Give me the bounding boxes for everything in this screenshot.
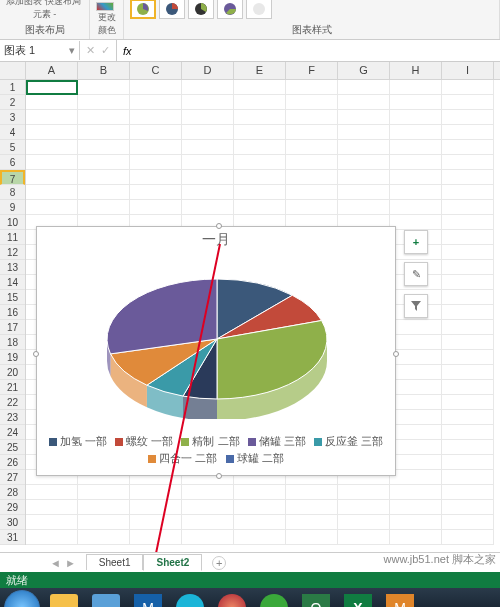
legend-item[interactable]: 四合一 二部 [148,450,217,466]
cell[interactable] [234,125,286,140]
confirm-icon[interactable]: ✓ [101,44,110,57]
cell[interactable] [234,530,286,545]
cell[interactable] [338,200,390,215]
cancel-icon[interactable]: ✕ [86,44,95,57]
cell[interactable] [338,80,390,95]
row-header[interactable]: 24 [0,425,25,440]
cell[interactable] [442,335,494,350]
taskbar-app[interactable]: Q [296,592,336,607]
cell[interactable] [442,80,494,95]
cell[interactable] [234,515,286,530]
cell[interactable] [390,200,442,215]
col-header[interactable]: H [390,62,442,79]
cell[interactable] [442,155,494,170]
cell[interactable] [338,110,390,125]
row-header[interactable]: 31 [0,530,25,545]
cell[interactable] [390,470,442,485]
cell[interactable] [182,170,234,185]
cell[interactable] [26,530,78,545]
col-header[interactable]: F [286,62,338,79]
cell[interactable] [130,140,182,155]
cell[interactable] [390,410,442,425]
cell[interactable] [130,530,182,545]
cell[interactable] [442,185,494,200]
cell[interactable] [182,140,234,155]
row-header[interactable]: 26 [0,455,25,470]
cell[interactable] [130,515,182,530]
cell[interactable] [390,140,442,155]
cell[interactable] [130,500,182,515]
cell[interactable] [182,485,234,500]
chart-style-gallery[interactable] [130,0,493,19]
cell[interactable] [78,80,130,95]
col-header[interactable]: G [338,62,390,79]
cell[interactable] [338,170,390,185]
taskbar-app[interactable] [212,592,252,607]
cell[interactable] [390,440,442,455]
cell[interactable] [442,395,494,410]
col-header[interactable]: C [130,62,182,79]
cell[interactable] [182,125,234,140]
cell[interactable] [130,170,182,185]
row-header[interactable]: 29 [0,500,25,515]
cell[interactable] [234,485,286,500]
cell[interactable] [390,500,442,515]
cell[interactable] [182,200,234,215]
row-header[interactable]: 11 [0,230,25,245]
taskbar-app[interactable] [44,592,84,607]
cell[interactable] [286,530,338,545]
cell[interactable] [442,425,494,440]
cell[interactable] [442,305,494,320]
cell[interactable] [390,335,442,350]
cell[interactable] [286,95,338,110]
cell[interactable] [442,245,494,260]
cell[interactable] [442,260,494,275]
cell[interactable] [234,110,286,125]
row-header[interactable]: 21 [0,380,25,395]
start-button[interactable] [2,592,42,607]
cell[interactable] [286,170,338,185]
cell[interactable] [26,125,78,140]
taskbar-app[interactable] [254,592,294,607]
row-header[interactable]: 13 [0,260,25,275]
cell[interactable] [338,515,390,530]
cell[interactable] [286,485,338,500]
cell[interactable] [442,500,494,515]
cell[interactable] [182,500,234,515]
cell[interactable] [130,200,182,215]
cell[interactable] [234,140,286,155]
cell[interactable] [390,515,442,530]
cell[interactable] [390,395,442,410]
row-header[interactable]: 17 [0,320,25,335]
cell[interactable] [390,95,442,110]
taskbar-app[interactable] [86,592,126,607]
embedded-chart[interactable]: 一月 加氢 一部螺纹 一部精制 二部储罐 三部反应釜 三部四合一 二部球罐 二部 [36,226,396,476]
cell[interactable] [286,200,338,215]
cell[interactable] [130,185,182,200]
cell[interactable] [442,200,494,215]
cell[interactable] [390,215,442,230]
row-header[interactable]: 19 [0,350,25,365]
row-header[interactable]: 10 [0,215,25,230]
cell[interactable] [234,155,286,170]
cell[interactable] [130,95,182,110]
cell[interactable] [78,170,130,185]
cell[interactable] [130,110,182,125]
cell[interactable] [442,485,494,500]
cell[interactable] [286,80,338,95]
name-box[interactable]: 图表 1 ▾ [0,41,80,60]
cell[interactable] [442,320,494,335]
cell[interactable] [78,485,130,500]
worksheet-grid[interactable]: A B C D E F G H I 1234567891011121314151… [0,62,500,552]
cell[interactable] [390,485,442,500]
cell[interactable] [286,110,338,125]
pie-chart-plot[interactable] [37,249,397,419]
cell[interactable] [78,110,130,125]
fx-label[interactable]: fx [117,45,132,57]
cell[interactable] [78,140,130,155]
cell[interactable] [390,455,442,470]
legend-item[interactable]: 精制 二部 [181,433,239,449]
cell[interactable] [442,290,494,305]
sheet-tab[interactable]: Sheet1 [86,554,144,570]
row-header[interactable]: 28 [0,485,25,500]
